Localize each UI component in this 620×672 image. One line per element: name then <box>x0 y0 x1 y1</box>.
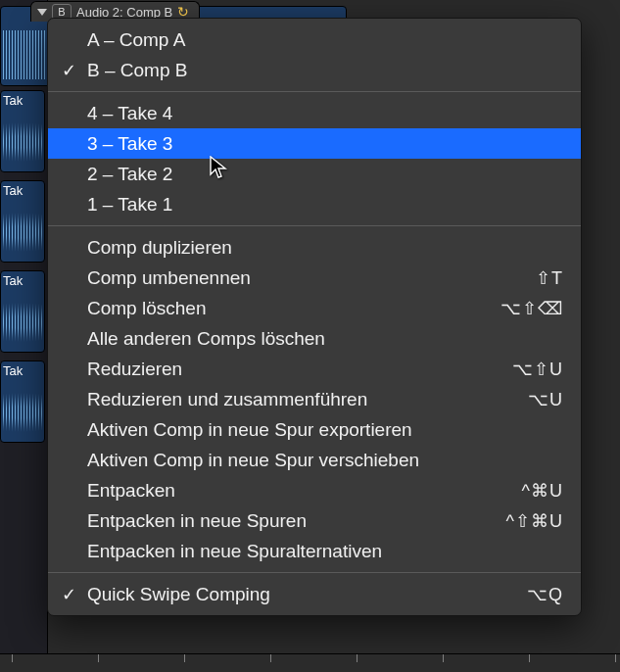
take-region[interactable]: Tak <box>0 360 45 443</box>
menu-action-move-active-comp[interactable]: Aktiven Comp in neue Spur verschieben <box>48 445 581 475</box>
menu-item-label: Comp umbenennen <box>87 267 251 289</box>
menu-take-item-1[interactable]: 1 – Take 1 <box>48 189 581 219</box>
menu-item-shortcut: ⌥⇧⌫ <box>501 298 563 319</box>
take-region-label: Tak <box>3 363 23 378</box>
menu-item-label: A – Comp A <box>87 29 185 51</box>
menu-action-flatten-merge[interactable]: Reduzieren und zusammenführen ⌥U <box>48 384 581 414</box>
menu-action-duplicate-comp[interactable]: Comp duplizieren <box>48 232 581 263</box>
menu-item-shortcut: ⌥Q <box>527 584 563 605</box>
menu-item-label: 2 – Take 2 <box>87 164 172 185</box>
menu-item-label: Comp duplizieren <box>87 237 232 259</box>
take-region[interactable]: Tak <box>0 270 45 353</box>
menu-action-delete-other-comps[interactable]: Alle anderen Comps löschen <box>48 323 581 354</box>
take-region-label: Tak <box>3 273 23 288</box>
menu-take-item-3[interactable]: 3 – Take 3 <box>48 128 581 159</box>
menu-action-delete-comp[interactable]: Comp löschen ⌥⇧⌫ <box>48 293 581 323</box>
menu-action-rename-comp[interactable]: Comp umbenennen ⇧T <box>48 263 581 293</box>
take-region[interactable]: Tak <box>0 90 45 172</box>
menu-separator <box>48 225 581 226</box>
menu-item-label: Alle anderen Comps löschen <box>87 328 325 350</box>
menu-separator <box>48 91 581 92</box>
menu-action-export-active-comp[interactable]: Aktiven Comp in neue Spur exportieren <box>48 414 581 445</box>
menu-toggle-quick-swipe-comping[interactable]: ✓ Quick Swipe Comping ⌥Q <box>48 579 581 609</box>
menu-item-label: Entpacken in neue Spuren <box>87 510 307 532</box>
waveform-preview <box>1 299 44 346</box>
menu-item-label: Comp löschen <box>87 298 206 319</box>
menu-item-label: Entpacken <box>87 480 175 502</box>
waveform-preview <box>1 119 44 166</box>
menu-action-unpack-track-alternatives[interactable]: Entpacken in neue Spuralternativen <box>48 536 581 566</box>
menu-item-label: Reduzieren <box>87 359 182 380</box>
menu-separator <box>48 572 581 573</box>
checkmark-icon: ✓ <box>62 60 76 81</box>
menu-action-unpack[interactable]: Entpacken ^⌘U <box>48 475 581 505</box>
menu-item-label: 4 – Take 4 <box>87 103 172 124</box>
take-region[interactable]: Tak <box>0 180 45 263</box>
menu-item-shortcut: ^⇧⌘U <box>506 510 563 532</box>
menu-take-item-4[interactable]: 4 – Take 4 <box>48 98 581 128</box>
timeline-ruler <box>0 653 620 672</box>
menu-item-label: Aktiven Comp in neue Spur verschieben <box>87 450 419 471</box>
menu-item-shortcut: ⇧T <box>536 267 563 289</box>
menu-item-shortcut: ^⌘U <box>522 480 563 502</box>
menu-action-unpack-new-tracks[interactable]: Entpacken in neue Spuren ^⇧⌘U <box>48 505 581 536</box>
take-region-label: Tak <box>3 183 23 198</box>
menu-item-shortcut: ⌥⇧U <box>512 359 563 380</box>
menu-take-item-2[interactable]: 2 – Take 2 <box>48 159 581 189</box>
take-folder-context-menu: A – Comp A ✓ B – Comp B 4 – Take 4 3 – T… <box>47 18 582 616</box>
menu-item-label: Entpacken in neue Spuralternativen <box>87 541 382 562</box>
menu-comp-item-b[interactable]: ✓ B – Comp B <box>48 55 581 85</box>
checkmark-icon: ✓ <box>62 584 76 605</box>
waveform-preview <box>1 389 44 436</box>
take-region-label: Tak <box>3 93 23 108</box>
menu-item-label: 3 – Take 3 <box>87 133 172 155</box>
menu-comp-item-a[interactable]: A – Comp A <box>48 24 581 55</box>
menu-item-label: Reduzieren und zusammenführen <box>87 389 367 410</box>
disclosure-triangle-icon[interactable] <box>37 9 47 16</box>
menu-item-label: 1 – Take 1 <box>87 194 172 216</box>
menu-action-flatten[interactable]: Reduzieren ⌥⇧U <box>48 354 581 384</box>
waveform-preview <box>1 209 44 256</box>
menu-item-label: B – Comp B <box>87 60 187 81</box>
menu-item-label: Aktiven Comp in neue Spur exportieren <box>87 419 412 441</box>
menu-item-shortcut: ⌥U <box>528 389 563 410</box>
menu-item-label: Quick Swipe Comping <box>87 584 270 605</box>
